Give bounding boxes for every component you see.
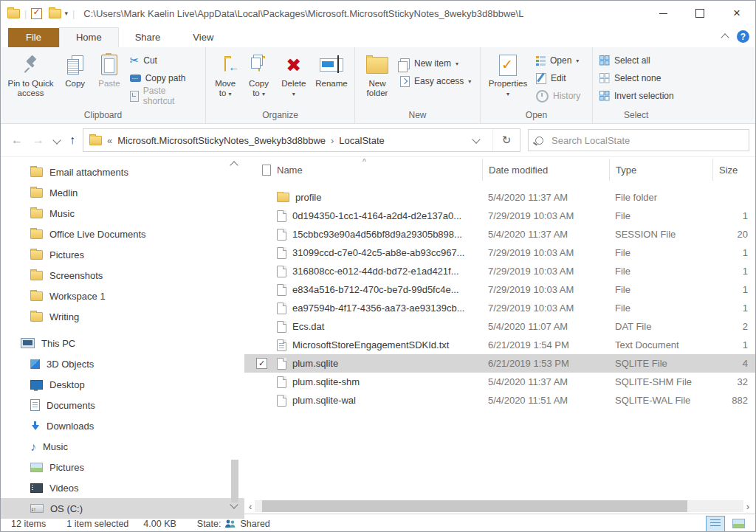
qat-dropdown-icon[interactable]: ▾: [64, 10, 68, 17]
ribbon-group-new: New folder New item ▾ Easy access ▾ New: [355, 47, 481, 123]
sidebar-item-3d-objects[interactable]: 3D Objects: [1, 353, 244, 374]
selected-size: 4.00 KB: [143, 519, 176, 529]
copy-button[interactable]: Copy: [58, 50, 92, 89]
file-row[interactable]: 316808cc-e012-44dd-bd72-e1ad421f... 7/29…: [244, 262, 755, 280]
sidebar-item-workspace-1[interactable]: Workspace 1: [1, 286, 244, 306]
sidebar-item-downloads[interactable]: Downloads: [1, 415, 244, 436]
file-row-profile[interactable]: profile 5/4/2020 11:37 AM File folder: [244, 188, 755, 207]
sidebar-item-documents[interactable]: Documents: [1, 395, 244, 415]
sidebar-item-os-c[interactable]: OS (C:): [1, 498, 244, 519]
delete-button[interactable]: ✖ Delete▾: [276, 50, 312, 99]
open-button[interactable]: Open ▾: [532, 52, 584, 69]
row-checkbox-checked[interactable]: ✓: [256, 358, 267, 369]
breadcrumb-item-package[interactable]: Microsoft.MicrosoftStickyNotes_8wekyb3d8…: [117, 135, 326, 146]
sidebar-item-pictures[interactable]: Pictures: [1, 457, 244, 477]
close-button[interactable]: ×: [718, 1, 755, 26]
column-header-size[interactable]: Size: [712, 159, 748, 181]
sidebar-scrollbar-thumb[interactable]: [231, 460, 238, 502]
column-header-name[interactable]: Name^: [271, 159, 482, 181]
back-icon[interactable]: ←: [11, 134, 23, 147]
sidebar-item-office-live-documents[interactable]: Office Live Documents: [1, 224, 244, 244]
sidebar-item-writing[interactable]: Writing: [1, 306, 244, 327]
file-row-ecs-dat[interactable]: Ecs.dat 5/4/2020 11:07 AM DAT File 2: [244, 317, 755, 336]
horizontal-scrollbar-thumb[interactable]: [262, 500, 687, 512]
properties-button[interactable]: Properties▾: [484, 50, 532, 99]
horizontal-scrollbar[interactable]: ‹ ›: [249, 500, 749, 512]
column-header-type[interactable]: Type: [609, 159, 712, 181]
column-header-date-modified[interactable]: Date modified: [482, 159, 609, 181]
paste-button[interactable]: Paste: [92, 50, 126, 89]
qat-new-folder-icon[interactable]: [49, 9, 61, 18]
tab-file[interactable]: File: [8, 28, 59, 47]
qat-properties-icon[interactable]: [31, 8, 42, 19]
paste-label: Paste: [98, 79, 120, 89]
up-icon[interactable]: ↑: [69, 134, 75, 147]
horizontal-scrollbar-track[interactable]: [255, 500, 743, 512]
file-row-sdkid-txt[interactable]: MicrosoftStoreEngagementSDKId.txt 6/21/2…: [244, 336, 755, 354]
invert-selection-button[interactable]: Invert selection: [596, 87, 678, 105]
file-type: File: [609, 303, 712, 314]
delete-x-icon: ✖: [286, 56, 301, 75]
file-row[interactable]: ea97594b-4f17-4356-aa73-ae93139cb... 7/2…: [244, 299, 755, 317]
details-view-button[interactable]: [706, 516, 725, 532]
shared-people-icon: [224, 519, 236, 528]
select-none-label: Select none: [614, 73, 661, 83]
new-item-button[interactable]: New item ▾: [396, 55, 475, 72]
new-folder-button[interactable]: New folder: [358, 50, 396, 98]
refresh-button[interactable]: ↻: [492, 129, 520, 151]
file-type: SQLITE File: [609, 358, 712, 369]
sidebar-item-desktop[interactable]: Desktop: [1, 374, 244, 395]
file-row[interactable]: e834a516-b712-470c-be7d-99d5fc4e... 7/29…: [244, 280, 755, 299]
search-input[interactable]: [550, 134, 742, 147]
file-row-plum-sqlite-wal[interactable]: plum.sqlite-wal 5/4/2020 11:51 AM SQLITE…: [244, 391, 755, 410]
scroll-up-icon[interactable]: [230, 161, 238, 169]
sidebar-item-screenshots[interactable]: Screenshots: [1, 265, 244, 286]
history-button[interactable]: History: [532, 87, 584, 105]
file-row[interactable]: 31099ccd-c7e0-42c5-ab8e-ab93cc967... 7/2…: [244, 243, 755, 262]
sidebar-item-email-attachments[interactable]: Email attachments: [1, 162, 244, 182]
select-all-button[interactable]: Select all: [596, 52, 678, 69]
rename-button[interactable]: Rename: [312, 50, 351, 89]
tab-home[interactable]: Home: [59, 27, 119, 47]
copy-path-button[interactable]: … Copy path: [126, 69, 202, 87]
scroll-right-icon[interactable]: ›: [746, 501, 749, 512]
file-row[interactable]: 0d194350-1cc1-4164-a2d4-d2e137a0... 7/29…: [244, 207, 755, 225]
sidebar-scrollbar[interactable]: [230, 159, 238, 512]
sidebar-item-medlin[interactable]: Medlin: [1, 182, 244, 203]
maximize-button[interactable]: [681, 1, 718, 26]
thumbnails-view-button[interactable]: [729, 516, 748, 532]
file-row-plum-sqlite-shm[interactable]: plum.sqlite-shm 5/4/2020 11:37 AM SQLITE…: [244, 373, 755, 391]
sidebar-item-label: Medlin: [49, 187, 78, 198]
file-name: 316808cc-e012-44dd-bd72-e1ad421f...: [292, 266, 459, 277]
file-row-plum-sqlite-selected[interactable]: ✓ plum.sqlite 6/21/2019 1:53 PM SQLITE F…: [244, 354, 755, 373]
sidebar-item-this-pc[interactable]: This PC: [1, 333, 244, 353]
breadcrumb-overflow-icon[interactable]: «: [107, 135, 112, 146]
sidebar-item-videos[interactable]: Videos: [1, 477, 244, 498]
tab-view[interactable]: View: [176, 28, 230, 47]
breadcrumb[interactable]: « Microsoft.MicrosoftStickyNotes_8wekyb3…: [83, 129, 492, 151]
edit-button[interactable]: Edit: [532, 69, 584, 87]
address-dropdown-icon[interactable]: [472, 135, 480, 143]
recent-locations-icon[interactable]: [52, 136, 61, 144]
forward-icon[interactable]: →: [32, 134, 44, 147]
tab-share[interactable]: Share: [119, 28, 177, 47]
minimize-button[interactable]: [645, 1, 681, 26]
select-all-checkbox[interactable]: [262, 165, 271, 176]
collapse-ribbon-icon[interactable]: [721, 33, 729, 41]
sidebar-item-music[interactable]: ♪Music: [1, 436, 244, 457]
copy-to-button[interactable]: Copy to ▾: [241, 50, 275, 99]
file-icon: [277, 395, 286, 407]
select-none-button[interactable]: Select none: [596, 69, 678, 87]
move-to-button[interactable]: ← Move to ▾: [209, 50, 241, 99]
pin-to-quick-access-button[interactable]: Pin to Quick access: [4, 50, 58, 98]
file-row[interactable]: 15cbbc93e90a4d56bf8d9a29305b898... 5/4/2…: [244, 225, 755, 243]
breadcrumb-item-localstate[interactable]: LocalState: [339, 135, 384, 146]
help-icon[interactable]: ?: [737, 30, 749, 43]
sidebar-item-pictures-folder[interactable]: Pictures: [1, 244, 244, 265]
scissors-icon: ✂: [130, 54, 140, 67]
easy-access-button[interactable]: Easy access ▾: [396, 72, 475, 90]
cut-button[interactable]: ✂ Cut: [126, 52, 202, 69]
scroll-left-icon[interactable]: ‹: [249, 501, 252, 512]
paste-shortcut-button[interactable]: Paste shortcut: [126, 87, 202, 105]
sidebar-item-music-folder[interactable]: Music: [1, 203, 244, 224]
